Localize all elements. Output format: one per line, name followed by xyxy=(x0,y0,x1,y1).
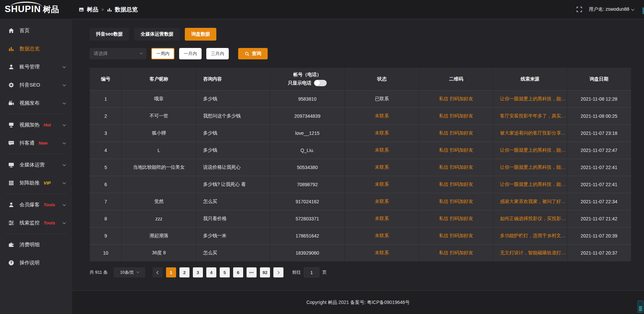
user-menu[interactable]: 用户名: zswodun88 xyxy=(589,6,634,12)
cell-qr-action[interactable]: 私信 扫码加好友 xyxy=(419,159,493,176)
breadcrumb-root[interactable]: 树品 xyxy=(87,6,98,13)
chevron-down-icon xyxy=(63,83,66,86)
chevron-down-icon xyxy=(63,203,66,206)
cell-source-link[interactable]: 让你一眼就爱上的黑科技，能… xyxy=(493,142,567,159)
scrollbar-thumb[interactable] xyxy=(643,7,644,14)
user-icon xyxy=(8,64,14,70)
table-body: 1哦章多少钱9583810已联系私信 扫码加好友让你一眼就爱上的黑科技，能…20… xyxy=(90,91,631,262)
sidebar-badge: Tools xyxy=(44,202,55,207)
sidebar-item-label: 会员爆客 xyxy=(19,202,40,208)
cell-no: 2 xyxy=(90,108,122,125)
sidebar-divider xyxy=(5,114,67,114)
goto-page-input[interactable] xyxy=(304,267,319,277)
cell-qr-action[interactable]: 私信 扫码加好友 xyxy=(419,176,493,193)
range-button[interactable]: 一月内 xyxy=(179,48,202,59)
account-select[interactable]: 请选择 xyxy=(90,48,147,59)
range-button[interactable]: 一周内 xyxy=(151,48,174,59)
cell-source-link[interactable]: 被大家追着问的客厅投影分享… xyxy=(493,125,567,142)
cell-status: 未联系 xyxy=(344,176,419,193)
next-page-button[interactable] xyxy=(273,267,283,277)
cell-source-link[interactable]: 无主灯设计，智能磁吸轨道灯… xyxy=(493,245,567,262)
page-number-button[interactable]: 1 xyxy=(166,267,176,277)
page-number-button[interactable]: 92 xyxy=(260,267,270,277)
sidebar-item-wallet[interactable]: 消费明细 xyxy=(0,235,72,254)
question-icon: ? xyxy=(8,260,14,266)
cell-qr-action[interactable]: 私信 扫码加好友 xyxy=(419,193,493,210)
tab-inactive[interactable]: 全媒体运营数据 xyxy=(134,28,180,41)
tab-active[interactable]: 询盘数据 xyxy=(185,28,216,41)
cell-content: 多少钱 xyxy=(196,125,270,142)
chevron-right-icon xyxy=(276,271,280,274)
cell-source-link[interactable]: 让你一眼就爱上的黑科技，能… xyxy=(493,176,567,193)
column-header: 帐号（电话）只显示电话 xyxy=(270,68,344,91)
cell-source-link[interactable]: 感谢大家喜欢我家，被问了好… xyxy=(493,193,567,210)
copyright-text: Copyright 树品 2021 备案号: 粤ICP备09019646号 xyxy=(306,300,410,306)
fullscreen-icon[interactable] xyxy=(577,7,582,12)
sidebar-item-question[interactable]: ?操作说明 xyxy=(0,254,72,272)
cell-qr-action[interactable]: 私信 扫码加好友 xyxy=(419,142,493,159)
app-logo[interactable]: SHUPIN 树品 xyxy=(5,4,59,15)
logo-zone: SHUPIN 树品 xyxy=(0,4,72,15)
sidebar-item-home[interactable]: 首页 xyxy=(0,21,72,40)
page-number-button[interactable]: 2 xyxy=(179,267,190,277)
cell-content: 怎么买 xyxy=(196,193,270,210)
cell-account: 2097344839 xyxy=(270,108,344,125)
cell-content: 多少钱 xyxy=(196,142,270,159)
cell-qr-action[interactable]: 私信 扫码加好友 xyxy=(419,227,493,245)
cell-qr-action[interactable]: 私信 扫码加好友 xyxy=(419,245,493,262)
chevron-down-icon xyxy=(63,163,66,166)
chevron-down-icon xyxy=(63,221,66,224)
sliders-icon xyxy=(8,220,14,226)
cell-qr-action[interactable]: 私信 扫码加好友 xyxy=(419,108,493,125)
cell-source-link[interactable]: 如何正确选择投影仪，买投影… xyxy=(493,210,567,227)
sidebar-item-bar-chart[interactable]: 数据总览 xyxy=(0,40,72,58)
page-number-button[interactable]: 5 xyxy=(220,267,230,277)
tab-inactive[interactable]: 抖音seo数据 xyxy=(90,28,129,41)
sidebar-item-monitor[interactable]: 全媒体运营 xyxy=(0,156,72,174)
sidebar-item-user[interactable]: 账号管理 xyxy=(0,58,72,76)
sidebar-item-member[interactable]: 会员爆客Tools xyxy=(0,196,72,214)
cell-content: 说说价格让我死心 xyxy=(196,159,270,176)
sidebar-item-screen-heat[interactable]: 视频加热Hot xyxy=(0,116,72,134)
prev-page-button[interactable] xyxy=(153,267,163,277)
home-icon xyxy=(8,28,14,34)
search-button[interactable]: 查询 xyxy=(238,48,268,59)
date-range-group: 一周内一月内三月内 xyxy=(151,48,229,59)
sidebar-item-label: 账号管理 xyxy=(19,64,40,70)
pagination: 共 911 条 10条/页 123456•••92 前往 页 xyxy=(90,267,631,277)
range-button[interactable]: 三月内 xyxy=(206,48,229,59)
cell-source-link[interactable]: 客厅安装投影半年多了，真实… xyxy=(493,108,567,125)
sidebar-divider xyxy=(5,233,67,234)
cell-account: 572803371 xyxy=(270,210,344,227)
page-number-button[interactable]: 3 xyxy=(193,267,203,277)
column-header: 二维码 xyxy=(419,68,493,91)
table-row: 5当地比较能吃的一位美女说说价格让我死心50534380未联系私信 扫码加好友让… xyxy=(90,159,631,176)
cell-account: 70898792 xyxy=(270,176,344,193)
page-number-button[interactable]: 6 xyxy=(233,267,243,277)
phone-only-toggle[interactable] xyxy=(314,80,327,86)
goto-suffix: 页 xyxy=(322,269,327,275)
logo-arc xyxy=(10,2,42,7)
cell-qr-action[interactable]: 私信 扫码加好友 xyxy=(419,91,493,108)
sidebar-item-sliders[interactable]: 线索监控Tools xyxy=(0,214,72,232)
cell-nickname: L xyxy=(122,142,196,159)
breadcrumb-current: 数据总览 xyxy=(115,6,138,13)
sidebar-item-chat[interactable]: 抖客通New xyxy=(0,134,72,152)
cell-source-link[interactable]: 让你一眼就爱上的黑科技，能… xyxy=(493,91,567,108)
page-size-select[interactable]: 10条/页 xyxy=(114,267,145,277)
page-ellipsis-button[interactable]: ••• xyxy=(247,267,257,277)
cell-source-link[interactable]: 让你一眼就爱上的黑科技，能… xyxy=(493,159,567,176)
sidebar-item-grid[interactable]: 矩阵助推VIP xyxy=(0,174,72,192)
cell-source-link[interactable]: 多功能护栏灯，适用于乡村文… xyxy=(493,227,567,245)
table-row: 7觉然怎么买917024162未联系私信 扫码加好友感谢大家喜欢我家，被问了好…… xyxy=(90,193,631,210)
video-publish-icon xyxy=(8,100,14,106)
sidebar-item-gear[interactable]: 抖音SEO xyxy=(0,76,72,94)
browser-extension-widget[interactable] xyxy=(638,301,643,313)
chevron-down-icon xyxy=(631,7,635,11)
cell-account: 917024162 xyxy=(270,193,344,210)
cell-qr-action[interactable]: 私信 扫码加好友 xyxy=(419,210,493,227)
page-number-button[interactable]: 4 xyxy=(206,267,216,277)
sidebar-item-video-publish[interactable]: 视频发布 xyxy=(0,94,72,112)
cell-qr-action[interactable]: 私信 扫码加好友 xyxy=(419,125,493,142)
search-icon xyxy=(245,51,250,56)
